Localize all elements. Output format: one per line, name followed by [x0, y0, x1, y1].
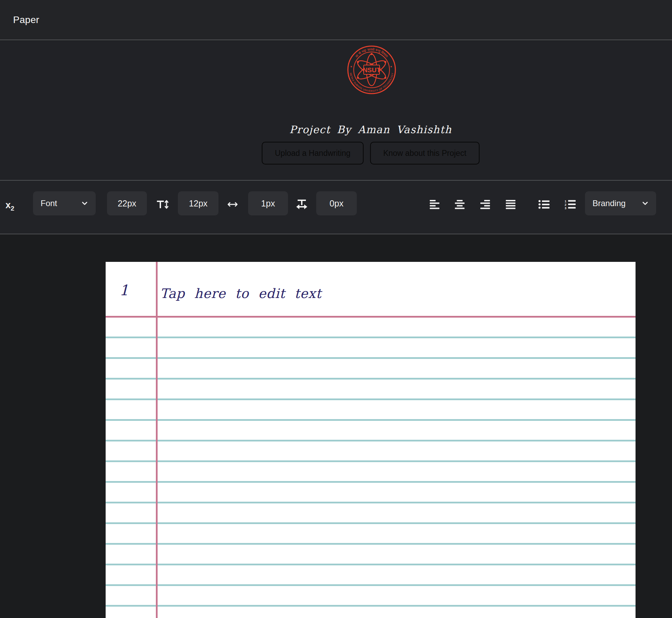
align-justify-icon[interactable] [506, 200, 515, 209]
font-size-value[interactable] [107, 191, 147, 216]
svg-text:1: 1 [565, 200, 566, 203]
bullet-list-icon[interactable] [538, 200, 550, 209]
letter-spacing-value[interactable] [248, 191, 288, 216]
app-window: Paper NSUT [0, 0, 672, 618]
paper-sheet[interactable]: 1 Tap here to edit text [106, 262, 636, 618]
hero-buttons: Upload a Handwriting Know about this Pro… [262, 142, 480, 164]
page-title: Paper [13, 14, 39, 25]
align-center-icon[interactable] [455, 200, 465, 209]
letter-spacing-icon[interactable] [226, 201, 239, 208]
project-byline: Project By Aman Vashishth [289, 124, 452, 136]
logo-star-left: ✦ [350, 65, 353, 68]
font-dropdown[interactable]: Font [33, 191, 96, 215]
word-spacing-icon[interactable] [295, 198, 308, 211]
word-spacing-input[interactable] [316, 191, 357, 215]
paper-first-rule-line [106, 316, 636, 318]
paper-text-placeholder[interactable]: Tap here to edit text [160, 286, 321, 301]
subscript-icon[interactable]: x2 [6, 200, 14, 212]
toolbar: x2 Font [0, 180, 672, 234]
numbered-list-icon[interactable]: 1 2 3 [565, 200, 576, 209]
logo-star-right: ✦ [390, 65, 393, 68]
workspace: 1 Tap here to edit text [0, 234, 672, 618]
align-left-icon[interactable] [430, 200, 439, 209]
svg-text:3: 3 [565, 206, 566, 210]
branding-dropdown-value: Branding [593, 199, 626, 208]
topbar: Paper [0, 0, 672, 40]
hero-section: NSUT आ नो भद्रा क्रतवो यन्तु विश्वतः NET… [0, 41, 672, 180]
chevron-down-icon [81, 201, 88, 206]
chevron-down-icon [642, 201, 649, 206]
paper-rule-lines [106, 318, 636, 618]
branding-dropdown[interactable]: Branding [585, 191, 656, 215]
letter-spacing-input[interactable] [248, 191, 288, 215]
paper-margin-line [156, 262, 158, 618]
know-about-project-button[interactable]: Know about this Project [370, 142, 480, 164]
vertical-stretch-value[interactable] [178, 191, 218, 216]
font-dropdown-value: Font [41, 199, 57, 208]
font-size-input[interactable] [107, 191, 147, 215]
word-spacing-value[interactable] [316, 191, 357, 216]
text-height-icon[interactable] [156, 199, 169, 210]
logo-center-text: NSUT [363, 66, 381, 74]
vertical-stretch-input[interactable] [178, 191, 218, 215]
align-right-icon[interactable] [480, 200, 490, 209]
upload-handwriting-button[interactable]: Upload a Handwriting [262, 142, 364, 164]
paper-line-number: 1 [119, 282, 129, 299]
svg-text:2: 2 [565, 203, 566, 206]
nsut-logo-icon: NSUT आ नो भद्रा क्रतवो यन्तु विश्वतः NET… [347, 45, 396, 95]
